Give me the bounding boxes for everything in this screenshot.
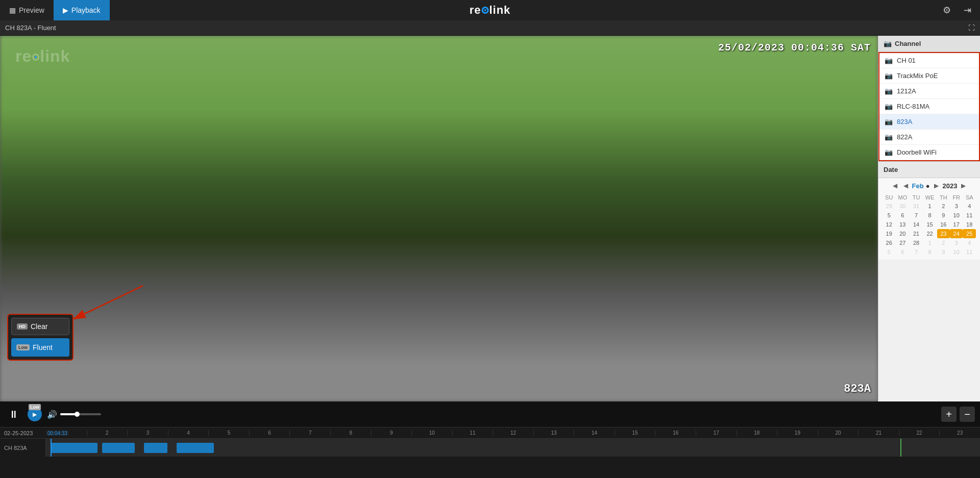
channel-item-1212a[interactable]: 📷 1212A (879, 84, 979, 99)
cal-prev-month-button[interactable]: ◀ (901, 181, 910, 190)
timeline-segment[interactable] (144, 443, 167, 453)
cal-day[interactable]: 13 (895, 220, 910, 229)
cal-day[interactable]: 21 (910, 229, 922, 238)
timeline-hour-tick: 4 (168, 430, 209, 436)
timeline-hour-tick: 10 (411, 430, 452, 436)
cal-day[interactable]: 15 (923, 220, 937, 229)
cal-day[interactable]: 11 (963, 211, 976, 220)
cal-day[interactable]: 17 (950, 220, 963, 229)
cal-day[interactable]: 25 (963, 229, 976, 238)
settings-button[interactable]: ⚙ (939, 3, 954, 18)
timeline-date-label: 02-25-2023 (0, 430, 46, 436)
cal-prev-year-button[interactable]: ◀ (891, 181, 899, 190)
channel-item-rlc81ma[interactable]: 📷 RLC-81MA (879, 99, 979, 114)
cal-day[interactable]: 27 (895, 238, 910, 247)
cal-next-month-button[interactable]: ▶ (932, 181, 941, 190)
cal-day[interactable]: 11 (963, 247, 976, 257)
cam-icon-ch01: 📷 (885, 57, 893, 64)
cal-day[interactable]: 19 (883, 229, 895, 238)
cal-day[interactable]: 31 (910, 202, 922, 211)
cal-day[interactable]: 12 (883, 220, 895, 229)
cal-day[interactable]: 10 (950, 247, 963, 257)
channel-section-header: 📷 Channel (878, 36, 980, 52)
pause-button[interactable]: ⏸ (5, 406, 22, 423)
timeline-segment[interactable] (177, 443, 214, 453)
timeline-track[interactable] (46, 439, 980, 457)
channel-item-trackmix[interactable]: 📷 TrackMix PoE (879, 68, 979, 84)
cal-header-mo: MO (895, 193, 910, 202)
cal-day[interactable]: 28 (910, 238, 922, 247)
cal-day[interactable]: 26 (883, 238, 895, 247)
cal-day[interactable]: 8 (923, 247, 937, 257)
cal-day[interactable]: 18 (963, 220, 976, 229)
cam-icon-1212a: 📷 (885, 87, 893, 95)
cal-header-sa: SA (963, 193, 976, 202)
timeline-hour-tick: 2 (87, 430, 128, 436)
cal-day[interactable]: 1 (923, 238, 937, 247)
timeline-hour-tick: 22 (899, 430, 940, 436)
date-section-label: Date (884, 166, 898, 173)
cal-day[interactable]: 7 (910, 211, 922, 220)
controls-bar: ⏸ Low ▶ 🔊 + − (0, 401, 980, 427)
cal-day[interactable]: 5 (883, 247, 895, 257)
cal-day[interactable]: 22 (923, 229, 937, 238)
timeline-hour-tick: 3 (127, 430, 168, 436)
tab-preview[interactable]: ▦ Preview (0, 0, 54, 20)
cal-day[interactable]: 4 (963, 238, 976, 247)
expand-button[interactable]: ⇥ (960, 3, 975, 18)
tab-preview-label: Preview (19, 6, 44, 14)
timeline-hour-tick: 6 (249, 430, 290, 436)
cal-day[interactable]: 4 (963, 202, 976, 211)
quality-fluent-button[interactable]: Low Fluent (11, 338, 69, 357)
tab-playback[interactable]: ▶ Playback (54, 0, 110, 20)
cal-day[interactable]: 5 (883, 211, 895, 220)
volume-icon: 🔊 (47, 410, 57, 419)
cal-day[interactable]: 1 (923, 202, 937, 211)
cal-day[interactable]: 16 (937, 220, 950, 229)
cal-day[interactable]: 2 (937, 202, 950, 211)
cal-day[interactable]: 14 (910, 220, 922, 229)
cal-day[interactable]: 3 (950, 202, 963, 211)
clear-label: Clear (31, 322, 47, 331)
channel-label-822a: 822A (897, 133, 912, 141)
cal-day[interactable]: 7 (910, 247, 922, 257)
date-section-header: Date (878, 161, 980, 178)
cam-icon-822a: 📷 (885, 133, 893, 141)
calendar-grid: SU MO TU WE TH FR SA 2930311234567891011… (883, 193, 976, 257)
channel-item-ch01[interactable]: 📷 CH 01 (879, 53, 979, 68)
channel-item-823a[interactable]: 📷 823A (879, 114, 979, 130)
cal-day[interactable]: 23 (937, 229, 950, 238)
cal-day[interactable]: 8 (923, 211, 937, 220)
cal-day[interactable]: 30 (895, 202, 910, 211)
quality-text: ▶ (33, 412, 37, 417)
cal-day[interactable]: 10 (950, 211, 963, 220)
volume-thumb[interactable] (75, 412, 80, 417)
cal-day[interactable]: 24 (950, 229, 963, 238)
timeline-hour-tick: 8 (330, 430, 371, 436)
zoom-out-button[interactable]: − (960, 407, 975, 422)
timeline-segment[interactable] (51, 443, 97, 453)
cal-day[interactable]: 29 (883, 202, 895, 211)
timeline-area[interactable]: 02-25-2023 12345678910111213141516171819… (0, 427, 980, 468)
channel-item-822a[interactable]: 📷 822A (879, 130, 979, 145)
timeline-hour-tick: 14 (574, 430, 615, 436)
cam-icon-trackmix: 📷 (885, 72, 893, 80)
preview-icon: ▦ (9, 6, 16, 14)
timeline-hour-tick: 20 (818, 430, 859, 436)
cal-day[interactable]: 20 (895, 229, 910, 238)
quality-clear-button[interactable]: HD Clear (11, 318, 69, 335)
cal-day[interactable]: 6 (895, 247, 910, 257)
right-panel: 📷 Channel 📷 CH 01 📷 TrackMix PoE 📷 1212A… (878, 36, 980, 401)
zoom-in-button[interactable]: + (941, 407, 957, 422)
cal-day[interactable]: 2 (937, 238, 950, 247)
cal-day[interactable]: 9 (937, 211, 950, 220)
cal-next-year-button[interactable]: ▶ (959, 181, 968, 190)
maximize-button[interactable]: ⛶ (968, 24, 975, 32)
quality-indicator[interactable]: Low ▶ (28, 407, 42, 421)
timeline-segment[interactable] (102, 443, 135, 453)
channel-item-doorbell[interactable]: 📷 Doorbell WiFi (879, 145, 979, 160)
cal-day[interactable]: 6 (895, 211, 910, 220)
cal-day[interactable]: 3 (950, 238, 963, 247)
volume-slider[interactable] (60, 413, 101, 415)
cal-day[interactable]: 9 (937, 247, 950, 257)
